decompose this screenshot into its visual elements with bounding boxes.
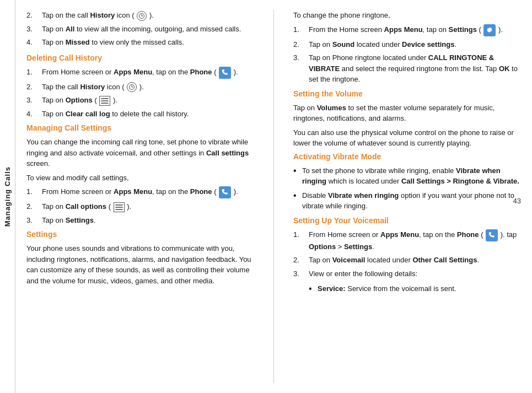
voicemail-list: 1. From Home screen or Apps Menu, tap on… [293, 229, 521, 279]
list-item: 4. Tap on Missed to view only the missed… [26, 37, 254, 48]
section-heading-settings: Settings [26, 230, 254, 239]
list-item: 2. Tap on Sound located under Device set… [293, 39, 521, 50]
sidebar: Managing Calls [0, 0, 15, 393]
svg-rect-10 [115, 207, 122, 208]
options-icon [114, 202, 125, 212]
list-item: 2. Tap on the call History icon ( ). [26, 10, 254, 21]
list-item: 3. Tap on Phone ringtone located under C… [293, 52, 521, 85]
svg-rect-7 [101, 100, 109, 101]
section-heading-voicemail: Setting Up Your Voicemail [293, 216, 521, 225]
list-item: 1. From Home screen or Apps Menu, tap on… [26, 67, 254, 79]
section-heading-deleting: Deleting Call History [26, 53, 254, 62]
list-item: 2. Tap on Voicemail located under Other … [293, 255, 521, 266]
deleting-list: 1. From Home screen or Apps Menu, tap on… [26, 67, 254, 120]
list-item: 3. Tap on Settings. [26, 215, 254, 226]
section-heading-managing: Managing Call Settings [26, 123, 254, 132]
phone-icon [219, 67, 231, 79]
list-item: 3. View or enter the following details: [293, 268, 521, 279]
volume-para1: Tap on Volumes to set the master volume … [293, 103, 521, 124]
managing-sub-intro: To view and modify call settings, [26, 173, 254, 184]
list-item: • To set the phone to vibrate while ring… [293, 165, 521, 187]
section-activating-vibrate: Activating Vibrate Mode • To set the pho… [293, 152, 521, 212]
phone-icon [219, 186, 231, 198]
vibrate-list: • To set the phone to vibrate while ring… [293, 165, 521, 212]
list-item: • Service: Service from the voicemail is… [309, 283, 521, 295]
managing-list: 1. From Home screen or Apps Menu, tap on… [26, 186, 254, 225]
options-icon [99, 96, 110, 106]
managing-intro: You can change the incoming call ring to… [26, 137, 254, 169]
list-item: 3. Tap on Options ( ). [26, 95, 254, 106]
svg-rect-8 [101, 103, 109, 104]
main-content: 2. Tap on the call History icon ( ). 3. [15, 0, 532, 393]
section-setting-volume: Setting the Volume Tap on Volumes to set… [293, 89, 521, 149]
section-heading-vibrate: Activating Vibrate Mode [293, 152, 521, 161]
section-heading-volume: Setting the Volume [293, 89, 521, 98]
section-settings: Settings Your phone uses sounds and vibr… [26, 230, 254, 286]
page-number: 43 [513, 197, 521, 205]
right-column: To change the phone ringtone, 1. From th… [293, 10, 521, 383]
phone-icon [486, 229, 498, 241]
list-item: 2. Tap the call History icon ( ). [26, 82, 254, 93]
sidebar-label: Managing Calls [3, 166, 12, 227]
svg-rect-11 [115, 209, 122, 210]
svg-rect-9 [115, 204, 122, 206]
left-column: 2. Tap on the call History icon ( ). 3. [26, 10, 254, 383]
ringtone-intro: To change the phone ringtone, [293, 10, 521, 21]
history-icon [127, 82, 137, 92]
list-item: 3. Tap on All to view all the incoming, … [26, 24, 254, 35]
top-list: 2. Tap on the call History icon ( ). 3. [26, 10, 254, 48]
section-voicemail: Setting Up Your Voicemail 1. From Home s… [293, 216, 521, 295]
volume-para2: You can also use the physical volume con… [293, 127, 521, 149]
page-container: Managing Calls 2. Tap on the call Histor… [0, 0, 532, 393]
ringtone-list: 1. From the Home screen Apps Menu, tap o… [293, 24, 521, 85]
svg-rect-6 [101, 98, 109, 99]
history-icon [137, 11, 147, 21]
section-deleting-call-history: Deleting Call History 1. From Home scree… [26, 53, 254, 120]
list-item: 4. Tap on Clear call log to delete the c… [26, 109, 254, 120]
list-item: • Disable Vibrate when ringing option if… [293, 190, 521, 212]
list-item: 1. From the Home screen Apps Menu, tap o… [293, 24, 521, 36]
section-managing-call-settings: Managing Call Settings You can change th… [26, 123, 254, 225]
list-item: 1. From Home screen or Apps Menu, tap on… [26, 186, 254, 198]
column-divider [273, 10, 274, 383]
list-item: 1. From Home screen or Apps Menu, tap on… [293, 229, 521, 252]
settings-icon [483, 24, 496, 36]
voicemail-sub-list: • Service: Service from the voicemail is… [309, 283, 521, 295]
settings-intro: Your phone uses sounds and vibrations to… [26, 243, 254, 286]
list-item: 2. Tap on Call options ( ). [26, 201, 254, 212]
